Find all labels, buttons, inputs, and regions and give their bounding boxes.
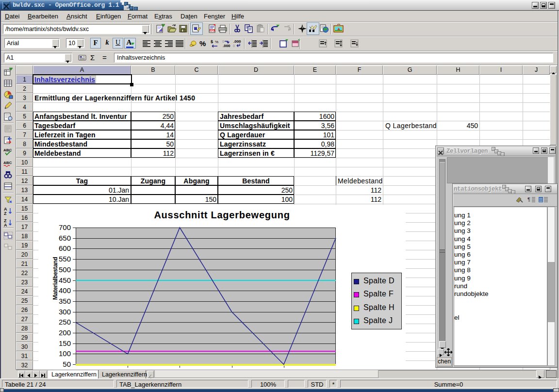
svg-text:¶: ¶ [527, 196, 530, 202]
svg-text:ABC: ABC [3, 161, 12, 165]
svg-text:0: 0 [222, 40, 224, 43]
svg-text:$: $ [211, 39, 213, 44]
svg-text:.000: .000 [233, 39, 241, 44]
svg-text:0: 0 [233, 44, 235, 48]
svg-text:.000: .000 [223, 44, 230, 48]
svg-text:%: % [215, 40, 218, 44]
svg-text:A: A [4, 223, 7, 228]
svg-text:PDF: PDF [210, 30, 214, 32]
svg-text:Z: Z [4, 211, 7, 216]
svg-text:ABC: ABC [3, 148, 12, 152]
